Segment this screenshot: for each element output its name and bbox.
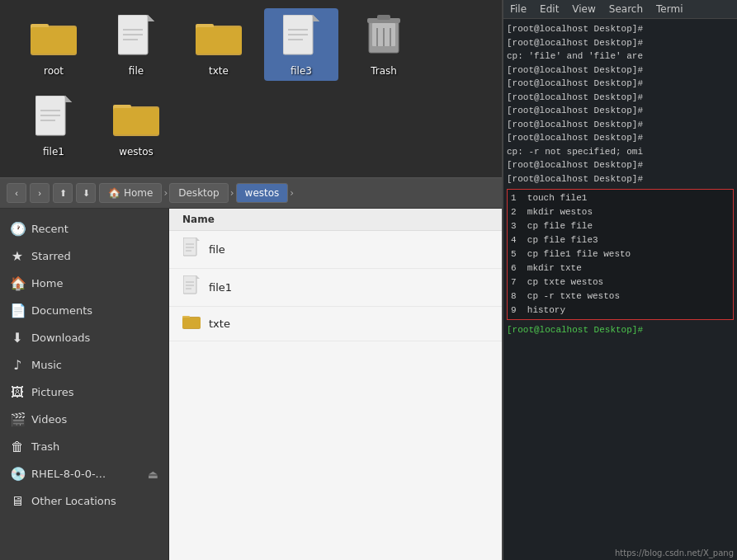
document-icon: [29, 93, 78, 143]
file-list-item-file[interactable]: file: [169, 231, 512, 269]
terminal-code-line: 6 mkdir txte: [511, 261, 730, 275]
file-list: Name file file1 txte: [169, 209, 512, 560]
svg-rect-2: [31, 27, 77, 54]
terminal-body[interactable]: [root@localhost Desktop]#[root@localhost…: [503, 19, 737, 560]
desktop-area: root file txte file3: [0, 0, 512, 177]
desktop-icon-txte[interactable]: txte: [182, 8, 256, 81]
sidebar-item-rhel[interactable]: 💿 RHEL-8-0-0-... ⏏: [0, 460, 168, 487]
watermark: https://blog.csdn.net/X_pang: [612, 548, 737, 558]
file-list-label-txte: txte: [209, 318, 230, 330]
sidebar-icon-pictures: 🖼: [10, 384, 25, 400]
sidebar-label-pictures: Pictures: [31, 386, 73, 398]
desktop-icon-label-westos: westos: [119, 146, 154, 158]
file-list-header: Name: [169, 209, 512, 231]
document-icon: [182, 238, 201, 261]
desktop-icon-file1[interactable]: file1: [17, 89, 91, 162]
sidebar-icon-other: 🖥: [10, 493, 25, 509]
desktop-icon-label-file: file: [129, 65, 144, 77]
terminal-line: cp: -r not specified; omi: [507, 145, 734, 159]
sidebar-icon-music: ♪: [10, 357, 25, 373]
terminal-line: [root@localhost Desktop]#: [507, 36, 734, 50]
desktop-icon-label-file3: file3: [291, 65, 312, 77]
svg-rect-34: [183, 238, 196, 256]
sidebar-item-music[interactable]: ♪ Music: [0, 351, 168, 379]
svg-marker-14: [313, 15, 319, 21]
sidebar-label-downloads: Downloads: [31, 332, 90, 344]
sidebar-icon-downloads: ⬇: [10, 330, 25, 346]
svg-rect-33: [113, 108, 159, 134]
sidebar-item-documents[interactable]: 📄 Documents: [0, 297, 168, 324]
terminal-line: [root@localhost Desktop]#: [507, 118, 734, 132]
sidebar-icon-trash: 🗑: [10, 439, 25, 454]
nav-bar: ‹ › ⬆ ⬇ 🏠Home › Desktop › westos ›: [0, 177, 512, 209]
sidebar-icon-rhel: 💿: [10, 466, 25, 482]
svg-marker-40: [196, 275, 200, 279]
sidebar-label-documents: Documents: [31, 304, 92, 317]
terminal-line: [root@localhost Desktop]#: [507, 172, 734, 186]
trash-icon: [359, 12, 409, 62]
up-button[interactable]: ⬆: [53, 183, 73, 203]
breadcrumb-separator-1: ›: [163, 187, 168, 199]
svg-rect-21: [377, 15, 390, 20]
sidebar-item-pictures[interactable]: 🖼 Pictures: [0, 379, 168, 406]
down-button[interactable]: ⬇: [76, 183, 96, 203]
sidebar-item-trash[interactable]: 🗑 Trash: [0, 433, 168, 460]
terminal-code-box: 1 touch file12 mkdir westos3 cp file fil…: [507, 189, 734, 320]
sidebar-label-starred: Starred: [31, 250, 71, 262]
terminal-menu-edit[interactable]: Edit: [540, 3, 559, 15]
terminal-menu-search[interactable]: Search: [609, 3, 643, 15]
desktop-icon-trash[interactable]: Trash: [347, 8, 421, 81]
sidebar-label-trash: Trash: [31, 440, 59, 453]
terminal-code-line: 1 touch file1: [511, 191, 730, 205]
sidebar-item-home[interactable]: 🏠 Home: [0, 270, 168, 297]
file-list-item-txte[interactable]: txte: [169, 307, 512, 341]
terminal-menu-termi[interactable]: Termi: [656, 3, 683, 15]
file-list-item-file1[interactable]: file1: [169, 269, 512, 307]
terminal-code-line: 7 cp txte westos: [511, 275, 730, 289]
sidebar-item-downloads[interactable]: ⬇ Downloads: [0, 324, 168, 351]
terminal-menu-file[interactable]: File: [510, 3, 527, 15]
svg-rect-11: [196, 27, 242, 54]
back-button[interactable]: ‹: [7, 183, 26, 203]
file-list-label-file: file: [209, 243, 225, 256]
sidebar-item-videos[interactable]: 🎬 Videos: [0, 406, 168, 433]
sidebar-icon-home: 🏠: [10, 275, 25, 291]
desktop-icon-file3[interactable]: file3: [264, 8, 338, 81]
breadcrumb-home[interactable]: 🏠Home: [99, 183, 162, 203]
desktop-icon-westos[interactable]: westos: [99, 89, 173, 162]
terminal-menu-view[interactable]: View: [572, 3, 595, 15]
file-manager: root file txte file3: [0, 0, 512, 560]
terminal-line: [root@localhost Desktop]#: [507, 22, 734, 36]
terminal-window: FileEditViewSearchTermi [root@localhost …: [502, 0, 737, 560]
terminal-line: [root@localhost Desktop]#: [507, 91, 734, 105]
sidebar-label-home: Home: [31, 277, 63, 289]
terminal-code-line: 5 cp file1 file westo: [511, 247, 730, 261]
sidebar-icon-documents: 📄: [10, 303, 25, 318]
terminal-code-line: 9 history: [511, 304, 730, 318]
terminal-final-prompt: [root@localhost Desktop]#: [507, 323, 734, 337]
document-icon: [182, 275, 201, 299]
sidebar-item-other[interactable]: 🖥 Other Locations: [0, 487, 168, 515]
document-icon: [111, 12, 161, 62]
document-icon: [276, 12, 326, 62]
sidebar-icon-starred: ★: [10, 248, 25, 264]
svg-marker-5: [148, 15, 154, 21]
terminal-code-line: 8 cp -r txte westos: [511, 289, 730, 304]
desktop-icon-root[interactable]: root: [17, 8, 91, 81]
folder-icon: [182, 313, 201, 334]
forward-button[interactable]: ›: [30, 183, 50, 203]
terminal-code-line: 4 cp file file3: [511, 233, 730, 247]
desktop-icon-label-trash: Trash: [371, 65, 397, 77]
desktop-icon-file[interactable]: file: [99, 8, 173, 81]
breadcrumb-bar: 🏠Home › Desktop › westos ›: [99, 183, 505, 203]
sidebar-label-recent: Recent: [31, 223, 69, 235]
terminal-line: [root@localhost Desktop]#: [507, 77, 734, 91]
breadcrumb-westos[interactable]: westos: [236, 183, 289, 203]
breadcrumb-desktop[interactable]: Desktop: [169, 183, 229, 203]
sidebar-label-other: Other Locations: [31, 495, 116, 507]
terminal-code-line: 2 mkdir westos: [511, 205, 730, 219]
sidebar-item-starred[interactable]: ★ Starred: [0, 242, 168, 270]
sidebar-item-recent[interactable]: 🕐 Recent: [0, 215, 168, 242]
desktop-icon-label-root: root: [44, 65, 64, 77]
eject-icon[interactable]: ⏏: [148, 468, 158, 481]
